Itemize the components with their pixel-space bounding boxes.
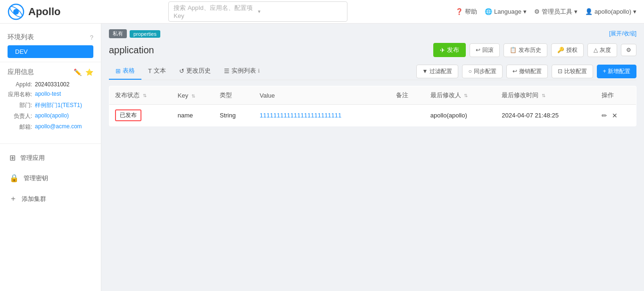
admin-tools-dropdown-icon: ▾ bbox=[574, 8, 578, 15]
filter-config-button[interactable]: ▼ 过滤配置 bbox=[416, 65, 459, 78]
app-id-key: AppId: bbox=[8, 81, 32, 88]
config-table: 发布状态 ⇅ Key ⇅ 类型 Value 备注 bbox=[109, 86, 636, 126]
add-config-button[interactable]: + 新增配置 bbox=[597, 65, 636, 78]
breadcrumb-tags: 私有 properties [展开/收缩] bbox=[109, 29, 636, 38]
table-header-row: 发布状态 ⇅ Key ⇅ 类型 Value 备注 bbox=[109, 86, 636, 105]
main-layout: 环境列表 ? DEV 应用信息 ✏️ ⭐ AppId: 20240331002 … bbox=[0, 24, 644, 291]
header-right: ❓ 帮助 🌐 Language ▾ ⚙ 管理员工具 ▾ 👤 apollo(apo… bbox=[455, 8, 636, 16]
th-modified-time: 最后修改时间 ⇅ bbox=[496, 86, 596, 105]
tag-properties: properties bbox=[130, 30, 160, 38]
grid-icon: ⊞ bbox=[9, 153, 16, 162]
publish-button[interactable]: ✈ 发布 bbox=[433, 43, 466, 57]
settings-button[interactable]: ⚙ bbox=[621, 44, 636, 56]
star-icon[interactable]: ⭐ bbox=[85, 68, 93, 76]
dept-val[interactable]: 样例部门1(TEST1) bbox=[35, 101, 82, 109]
table-icon: ⊞ bbox=[116, 67, 121, 75]
authorize-button[interactable]: 🔑 授权 bbox=[551, 43, 584, 57]
add-cluster-label: 添加集群 bbox=[22, 195, 46, 203]
search-dropdown-arrow: ▾ bbox=[258, 8, 342, 15]
cell-type: String bbox=[214, 105, 254, 126]
app-info-label: 应用信息 bbox=[8, 68, 34, 76]
gray-button[interactable]: △ 灰度 bbox=[587, 43, 617, 57]
help-icon: ❓ bbox=[455, 8, 463, 15]
delete-row-icon[interactable]: ✕ bbox=[612, 112, 618, 119]
user-label: apollo(apollo) bbox=[594, 8, 631, 15]
dept-row: 部门: 样例部门1(TEST1) bbox=[8, 101, 93, 109]
rollback-icon: ↩ bbox=[476, 47, 480, 53]
dev-env-button[interactable]: DEV bbox=[8, 45, 93, 58]
instance-help-icon: ℹ bbox=[258, 68, 260, 74]
cell-value: 111111111111111111111111 bbox=[254, 105, 390, 126]
sort-status-icon[interactable]: ⇅ bbox=[143, 93, 147, 98]
status-badge: 已发布 bbox=[115, 109, 141, 121]
app-name-val[interactable]: apollo-test bbox=[35, 91, 61, 99]
cell-modifier: apollo(apollo) bbox=[425, 105, 496, 126]
help-button[interactable]: ❓ 帮助 bbox=[455, 8, 477, 16]
revoke-icon: ↩ bbox=[512, 68, 517, 75]
app-title: application bbox=[109, 45, 154, 56]
env-help-icon[interactable]: ? bbox=[90, 34, 93, 41]
cell-modified-time: 2024-04-07 21:48:25 bbox=[496, 105, 596, 126]
th-value: Value bbox=[254, 86, 390, 105]
gear-icon: ⚙ bbox=[534, 8, 540, 15]
env-section: 环境列表 ? DEV bbox=[0, 29, 101, 62]
sidebar-item-add-cluster[interactable]: ＋ 添加集群 bbox=[0, 188, 101, 209]
tag-private: 私有 bbox=[109, 29, 127, 38]
owner-val[interactable]: apollo(apollo) bbox=[35, 112, 69, 120]
sort-time-icon[interactable]: ⇅ bbox=[542, 93, 545, 98]
sync-config-button[interactable]: ○ 同步配置 bbox=[462, 65, 502, 78]
logo-text: Apollo bbox=[28, 6, 60, 18]
search-area: 搜索 AppId、应用名、配置项 Key ▾ bbox=[60, 1, 455, 22]
app-id-row: AppId: 20240331002 bbox=[8, 81, 93, 88]
history-icon: 📋 bbox=[510, 47, 517, 53]
cell-action: ✏ ✕ bbox=[596, 105, 636, 126]
app-name-row: 应用名称: apollo-test bbox=[8, 91, 93, 99]
compare-icon: ⊡ bbox=[558, 68, 562, 75]
th-key: Key ⇅ bbox=[172, 86, 214, 105]
tabs-right: ▼ 过滤配置 ○ 同步配置 ↩ 撤销配置 ⊡ 比较配置 + 新增配置 bbox=[416, 65, 636, 78]
tab-instance-list[interactable]: ☰ 实例列表 ℹ bbox=[217, 63, 266, 80]
search-box[interactable]: 搜索 AppId、应用名、配置项 Key ▾ bbox=[168, 1, 347, 22]
owner-key: 负责人: bbox=[8, 112, 32, 120]
admin-tools-button[interactable]: ⚙ 管理员工具 ▾ bbox=[534, 8, 578, 16]
value-text: 111111111111111111111111 bbox=[260, 112, 342, 119]
edit-row-icon[interactable]: ✏ bbox=[602, 112, 607, 119]
dept-key: 部门: bbox=[8, 101, 32, 109]
revoke-config-button[interactable]: ↩ 撤销配置 bbox=[506, 65, 548, 78]
sync-icon: ○ bbox=[468, 68, 471, 75]
sort-modifier-icon[interactable]: ⇅ bbox=[464, 93, 468, 98]
th-modifier: 最后修改人 ⇅ bbox=[425, 86, 496, 105]
action-icons: ✏ ✕ bbox=[602, 112, 630, 119]
app-header: application ✈ 发布 ↩ 回滚 📋 发布历史 🔑 授权 bbox=[109, 43, 636, 57]
th-status: 发布状态 ⇅ bbox=[109, 86, 172, 105]
publish-history-button[interactable]: 📋 发布历史 bbox=[504, 43, 547, 57]
tab-table[interactable]: ⊞ 表格 bbox=[109, 63, 141, 80]
th-type: 类型 bbox=[214, 86, 254, 105]
th-action: 操作 bbox=[596, 86, 636, 105]
email-row: 邮箱: apollo@acme.com bbox=[8, 123, 93, 131]
instance-icon: ☰ bbox=[224, 67, 230, 75]
sidebar: 环境列表 ? DEV 应用信息 ✏️ ⭐ AppId: 20240331002 … bbox=[0, 24, 101, 291]
edit-icon[interactable]: ✏️ bbox=[74, 68, 82, 76]
app-name-key: 应用名称: bbox=[8, 91, 32, 99]
sidebar-item-manage-keys[interactable]: 🔒 管理密钥 bbox=[0, 168, 101, 188]
text-icon: T bbox=[148, 67, 152, 75]
tab-text[interactable]: T 文本 bbox=[141, 63, 173, 80]
language-button[interactable]: 🌐 Language ▾ bbox=[485, 8, 527, 15]
compare-config-button[interactable]: ⊡ 比较配置 bbox=[552, 65, 593, 78]
sort-key-icon[interactable]: ⇅ bbox=[191, 93, 195, 99]
email-val[interactable]: apollo@acme.com bbox=[35, 123, 82, 131]
rollback-button[interactable]: ↩ 回滚 bbox=[470, 43, 500, 57]
app-info-section: 应用信息 ✏️ ⭐ AppId: 20240331002 应用名称: apoll… bbox=[0, 62, 101, 140]
collapse-link[interactable]: [展开/收缩] bbox=[609, 30, 636, 38]
app-actions: ✈ 发布 ↩ 回滚 📋 发布历史 🔑 授权 △ 灰度 bbox=[433, 43, 636, 57]
table-row: 已发布 name String 111111111111111111111111… bbox=[109, 105, 636, 126]
sidebar-item-manage-apps[interactable]: ⊞ 管理应用 bbox=[0, 148, 101, 168]
owner-row: 负责人: apollo(apollo) bbox=[8, 112, 93, 120]
user-menu-button[interactable]: 👤 apollo(apollo) ▾ bbox=[585, 8, 636, 15]
cell-key: name bbox=[172, 105, 214, 126]
app-id-val: 20240331002 bbox=[35, 81, 69, 88]
plus-icon: ＋ bbox=[9, 194, 17, 204]
tab-history[interactable]: ↺ 更改历史 bbox=[173, 63, 217, 80]
lock-icon: 🔒 bbox=[9, 174, 19, 183]
